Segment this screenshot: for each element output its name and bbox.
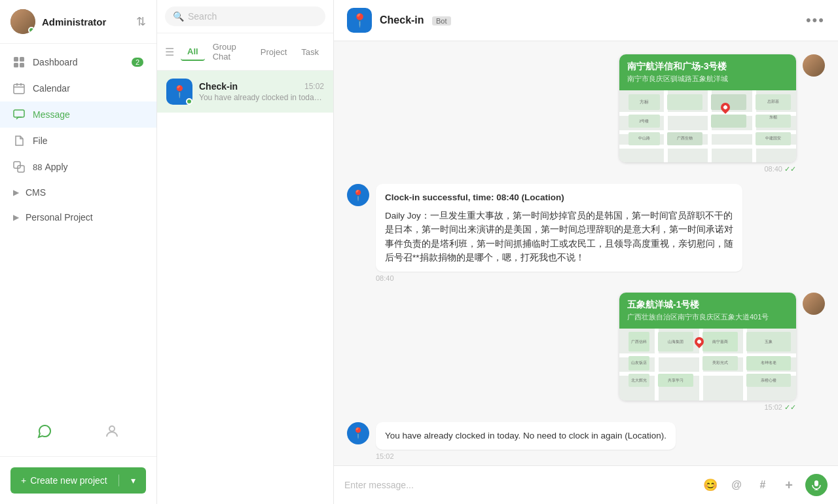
chat-item-checkin[interactable]: 📍 Check-in 15:02 You have already clocke… [157,71,333,113]
sidebar-item-dashboard[interactable]: Dashboard 2 [0,49,156,75]
create-project-button[interactable]: + Create new project ▾ [10,467,146,494]
chat-item-preview: You have already clocked in today. No... [199,93,324,102]
bot-avatar-msg4: 📍 [347,422,369,444]
chat-name-row: Check-in 15:02 [199,81,324,92]
msg-content-map1: 南宁航洋信和广场-3号楼 南宁市良庆区驯城路五象航洋城 [619,54,796,173]
sidebar: Administrator ⇅ Dashboard 2 [0,0,157,504]
svg-rect-1 [20,57,24,62]
msg-time-1: 08:40 ✓✓ [619,165,796,173]
main-chat: 📍 Check-in Bot ••• 南宁航洋信和广场-3号楼 南宁市良庆区驯城… [334,0,838,504]
svg-rect-0 [14,57,18,62]
chat-header: 📍 Check-in Bot ••• [334,0,838,41]
chat-item-name: Check-in [199,81,238,92]
map-card-header-2: 五象航洋城-1号楼 广西壮族自治区南宁市良庆区五象大道401号 [619,293,796,329]
more-options-icon[interactable]: ••• [806,12,825,29]
chat-item-info-checkin: Check-in 15:02 You have already clocked … [199,81,324,102]
sidebar-item-label-cms: CMS [26,187,46,198]
mic-button[interactable] [805,474,828,496]
user-avatar-msg3 [803,293,825,315]
msg-content-text1: Clock-in successful, time: 08:40 (Locati… [376,184,742,282]
mention-button[interactable]: @ [727,475,746,495]
admin-name: Administrator [42,16,136,27]
message-row-map2: 五象航洋城-1号楼 广西壮族自治区南宁市良庆区五象大道401号 广西信科 山海集… [347,293,825,412]
map-grid-2: 广西信科 山海集团 南宁嘉商 五象 山友饭店 美彩光式 名绅名老 北大辉光 共享… [619,329,796,401]
chat-list: 🔍 ☰ All Group Chat Project Task 📍 Check-… [157,0,334,504]
sidebar-item-label-message: Message [33,109,70,120]
sidebar-item-label-dashboard: Dashboard [33,57,78,67]
chat-bubble-icon[interactable] [33,420,56,443]
add-button[interactable]: + [779,475,799,495]
sidebar-footer: + Create new project ▾ [0,456,156,504]
map-card-header-1: 南宁航洋信和广场-3号楼 南宁市良庆区驯城路五象航洋城 [619,54,796,90]
avatar [10,9,35,34]
svg-rect-12 [814,480,818,486]
sort-icon[interactable]: ⇅ [136,14,146,29]
search-bar: 🔍 [157,0,333,33]
msg-bubble-text1: Clock-in successful, time: 08:40 (Locati… [376,184,742,272]
tab-group-chat[interactable]: Group Chat [206,39,253,65]
map-card-1: 南宁航洋信和广场-3号楼 南宁市良庆区驯城路五象航洋城 [619,54,796,162]
check-icon-3: ✓✓ [784,403,796,411]
apply-icon [13,161,25,173]
map-grid-1: 方标 总部基 2号楼 东楣 中山路 广西生物 中建国安 [619,90,796,162]
msg-bubble-text2: You have already clocked in today. No ne… [376,422,676,450]
sidebar-item-label-calendar: Calendar [33,83,70,94]
chat-header-avatar: 📍 [347,8,372,33]
svg-point-11 [109,426,115,431]
sidebar-item-personal-project[interactable]: ▶ Personal Project [0,205,156,230]
create-btn-left: + Create new project [21,475,107,486]
sidebar-bottom-icons [0,413,156,456]
chat-item-time: 15:02 [304,82,324,91]
chat-avatar-online-dot [186,98,192,105]
tab-menu-icon[interactable]: ☰ [165,46,174,58]
sidebar-header: Administrator ⇅ [0,0,156,44]
tab-all[interactable]: All [181,43,205,61]
messages-area: 南宁航洋信和广场-3号楼 南宁市良庆区驯城路五象航洋城 [334,41,838,465]
sidebar-item-label-file: File [33,135,48,146]
personal-project-arrow-icon: ▶ [13,213,19,222]
map-card-subtitle-2: 广西壮族自治区南宁市良庆区五象大道401号 [627,312,788,322]
cms-arrow-icon: ▶ [13,188,19,197]
bot-avatar-msg2: 📍 [347,184,369,206]
sidebar-item-cms[interactable]: ▶ CMS [0,180,156,205]
sidebar-item-calendar[interactable]: Calendar [0,75,156,101]
map-card-body-2: 广西信科 山海集团 南宁嘉商 五象 山友饭店 美彩光式 名绅名老 北大辉光 共享… [619,329,796,401]
emoji-button[interactable]: 😊 [701,475,720,495]
msg-clockin-line: Clock-in successful, time: 08:40 (Locati… [385,190,733,205]
chat-header-name: Check-in [380,14,424,26]
msg-time-4: 15:02 [376,452,676,460]
chat-item-avatar-icon: 📍 [172,84,187,99]
sidebar-item-file[interactable]: File [0,128,156,154]
svg-rect-9 [14,162,20,168]
sidebar-item-message[interactable]: Message [0,101,156,128]
msg-content-text2: You have already clocked in today. No ne… [376,422,676,460]
file-icon [13,135,25,147]
calendar-icon [13,82,25,94]
search-input[interactable] [188,11,318,22]
message-icon [13,109,25,120]
hashtag-button[interactable]: # [753,475,773,495]
apply-badge-label: 88 [33,162,42,172]
create-btn-chevron-icon: ▾ [131,475,136,486]
msg-daily-joy: Daily Joy：一旦发生重大事故，第一时间炒掉官员的是韩国，第一时间官员辞职… [385,209,733,265]
message-row-text2: 📍 You have already clocked in today. No … [347,422,825,460]
msg-content-map2: 五象航洋城-1号楼 广西壮族自治区南宁市良庆区五象大道401号 广西信科 山海集… [619,293,796,412]
svg-rect-4 [14,84,24,94]
tab-project[interactable]: Project [254,44,293,60]
msg-time-3: 15:02 ✓✓ [619,403,796,412]
map-card-body-1: 方标 总部基 2号楼 东楣 中山路 广西生物 中建国安 [619,90,796,162]
message-row-text1: 📍 Clock-in successful, time: 08:40 (Loca… [347,184,825,282]
check-icon-1: ✓✓ [784,165,796,173]
user-avatar-msg1 [803,54,825,77]
tab-task[interactable]: Task [295,44,325,60]
message-row-map1: 南宁航洋信和广场-3号楼 南宁市良庆区驯城路五象航洋城 [347,54,825,173]
msg-already-clocked: You have already clocked in today. No ne… [385,431,666,441]
person-icon[interactable] [100,420,124,443]
msg-time-2: 08:40 [376,274,742,282]
svg-rect-10 [18,166,24,172]
chat-tabs: ☰ All Group Chat Project Task [157,33,333,71]
chat-header-info: Check-in Bot [380,14,806,26]
svg-rect-3 [20,63,24,67]
sidebar-item-apply[interactable]: 88 Apply [0,154,156,180]
message-input[interactable] [344,480,694,490]
